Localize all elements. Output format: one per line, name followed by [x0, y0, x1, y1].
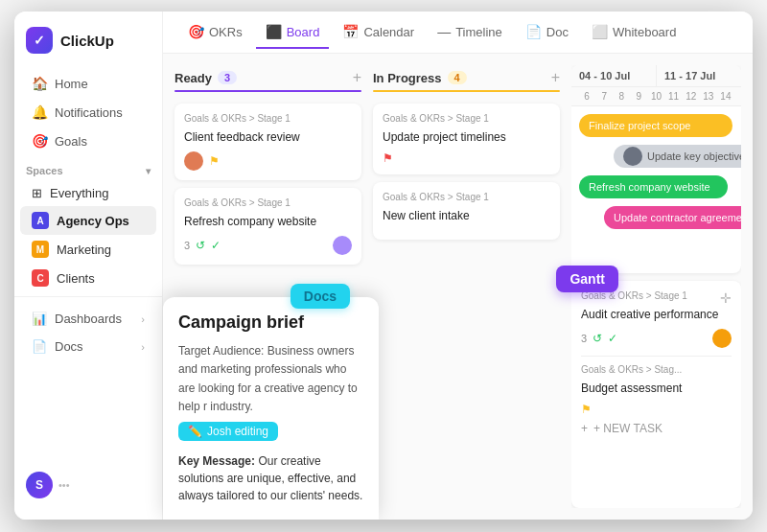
gantt-bar-row-3: Refresh company website [579, 175, 733, 198]
task-footer: ⚑ [383, 151, 550, 165]
task-label: Goals & OKRs > Stage 1 [383, 192, 550, 202]
board-tab-icon: ⬛ [266, 24, 282, 39]
budget-label: Goals & OKRs > Stag... [581, 364, 732, 375]
whiteboard-tab-label: Whiteboard [613, 25, 676, 39]
budget-footer: ⚑ [581, 403, 732, 416]
home-label: Home [55, 77, 88, 91]
user-avatar[interactable]: S [26, 472, 53, 498]
task-card-client-feedback[interactable]: Goals & OKRs > Stage 1 Client feedback r… [174, 104, 361, 180]
day-14: 14 [718, 89, 733, 104]
spaces-section: Spaces ▾ [14, 155, 162, 180]
day-12: 12 [684, 89, 699, 104]
calendar-tab-label: Calendar [363, 25, 414, 39]
sidebar-bottom: 📊 Dashboards › 📄 Docs › [14, 296, 162, 368]
task-card-new-client-intake[interactable]: Goals & OKRs > Stage 1 New client intake [373, 182, 560, 240]
task-footer: 3 ↺ ✓ [184, 236, 352, 255]
budget-title: Budget assessment [581, 381, 732, 397]
budget-flag: ⚑ [581, 403, 592, 416]
marketing-label: Marketing [57, 243, 111, 257]
day-13: 13 [701, 89, 716, 104]
dashboards-label: Dashboards [55, 312, 122, 326]
docs-label: Docs [55, 339, 83, 354]
objectives-avatar [623, 147, 642, 166]
docs-overlay: Docs Campaign brief Target Audience: Bus… [163, 297, 379, 520]
check-icon: ✓ [211, 239, 221, 252]
sidebar-item-dashboards[interactable]: 📊 Dashboards › [20, 305, 156, 333]
add-new-task-button[interactable]: + + NEW TASK [581, 416, 732, 441]
tab-whiteboard[interactable]: ⬜ Whiteboard [582, 16, 686, 49]
audit-check-icon: ✓ [608, 332, 617, 345]
budget-task: Goals & OKRs > Stag... Budget assessment… [581, 356, 732, 416]
sidebar-item-clients[interactable]: C Clients [20, 264, 156, 292]
week2-label: 11 - 17 Jul [657, 65, 741, 86]
inprogress-column: In Progress 4 + Goals & OKRs > Stage 1 U… [373, 65, 560, 508]
home-icon: 🏠 [32, 76, 47, 91]
ready-line [174, 90, 361, 92]
okrs-tab-label: OKRs [209, 25, 243, 39]
goals-icon: 🎯 [32, 133, 47, 149]
audit-title: Audit creative performance [581, 307, 732, 323]
gantt-bar-row-2: Update key objectives [579, 145, 733, 168]
ready-column-title: Ready 3 [174, 71, 237, 85]
tab-okrs[interactable]: 🎯 OKRs [178, 16, 252, 49]
ready-column-header: Ready 3 + [174, 65, 361, 90]
task-title: Refresh company website [184, 214, 352, 230]
task-label: Goals & OKRs > Stage 1 [383, 113, 550, 124]
add-task-ready-button[interactable]: + [353, 69, 361, 86]
day-6: 6 [579, 89, 594, 104]
pencil-icon: ✏️ [188, 425, 202, 438]
ready-count: 3 [218, 71, 237, 84]
add-task-inprogress-button[interactable]: + [551, 69, 560, 86]
sidebar-item-agency-ops[interactable]: A Agency Ops [20, 206, 156, 235]
tab-timeline[interactable]: — Timeline [428, 16, 512, 49]
chevron-icon: ▾ [146, 166, 151, 176]
docs-icon: 📄 [32, 339, 47, 354]
user-dots: ••• [58, 479, 70, 491]
top-nav: 🎯 OKRs ⬛ Board 📅 Calendar — Timeline 📄 [163, 12, 753, 54]
extra-tasks-panel: ✛ Goals & OKRs > Stage 1 Audit creative … [571, 281, 741, 508]
gantt-bar-website: Refresh company website [579, 175, 728, 198]
chevron-right-docs-icon: › [141, 341, 145, 353]
gantt-bar-objectives: Update key objectives [614, 145, 741, 168]
okrs-tab-icon: 🎯 [188, 24, 204, 39]
sidebar-item-notifications[interactable]: 🔔 Notifications [20, 98, 156, 127]
audit-recur-icon: ↺ [593, 332, 602, 345]
docs-body: Target Audience: Business owners and mar… [178, 342, 363, 416]
task-title: New client intake [383, 208, 550, 224]
tab-board[interactable]: ⬛ Board [256, 16, 330, 49]
crosshair-icon[interactable]: ✛ [720, 290, 732, 306]
gantt-chart: 04 - 10 Jul 11 - 17 Jul 6 7 8 9 10 11 12… [571, 65, 741, 273]
sidebar-item-marketing[interactable]: M Marketing [20, 235, 156, 264]
board-tab-label: Board [287, 25, 320, 39]
editor-tag[interactable]: ✏️ Josh editing [178, 422, 278, 441]
sidebar-item-goals[interactable]: 🎯 Goals [20, 127, 156, 155]
doc-tab-label: Doc [546, 25, 569, 39]
tab-doc[interactable]: 📄 Doc [516, 16, 578, 49]
clients-label: Clients [57, 271, 95, 286]
goals-label: Goals [55, 134, 87, 149]
task-card-update-timelines[interactable]: Goals & OKRs > Stage 1 Update project ti… [373, 104, 560, 174]
inprogress-column-title: In Progress 4 [373, 71, 467, 85]
docs-key-message: Key Message: Our creative solutions are … [178, 452, 363, 504]
plus-icon: + [581, 422, 588, 435]
day-8: 8 [614, 89, 629, 104]
task-card-audit[interactable]: Goals & OKRs > Stage 1 Audit creative pe… [581, 290, 732, 348]
recur-icon: ↺ [196, 239, 205, 252]
gantt-bar-row-4: Update contractor agreement [579, 206, 733, 229]
day-7: 7 [596, 89, 612, 104]
tab-calendar[interactable]: 📅 Calendar [333, 16, 424, 49]
docs-title: Campaign brief [178, 312, 363, 333]
sidebar-item-docs[interactable]: 📄 Docs › [20, 333, 156, 360]
task-card-refresh-website[interactable]: Goals & OKRs > Stage 1 Refresh company w… [174, 188, 361, 265]
task-footer: ⚑ [184, 151, 352, 171]
inprogress-count: 4 [448, 71, 467, 84]
timeline-tab-icon: — [437, 24, 451, 39]
sidebar-item-everything[interactable]: ⊞ Everything [20, 180, 156, 206]
comment-count: 3 [184, 240, 190, 251]
task-avatar [184, 151, 203, 171]
gantt-bar-row-1: Finalize project scope [579, 114, 733, 137]
audit-avatar [712, 329, 732, 348]
task-label: Goals & OKRs > Stage 1 [184, 197, 352, 208]
sidebar-item-home[interactable]: 🏠 Home [20, 69, 156, 98]
whiteboard-tab-icon: ⬜ [592, 24, 608, 39]
